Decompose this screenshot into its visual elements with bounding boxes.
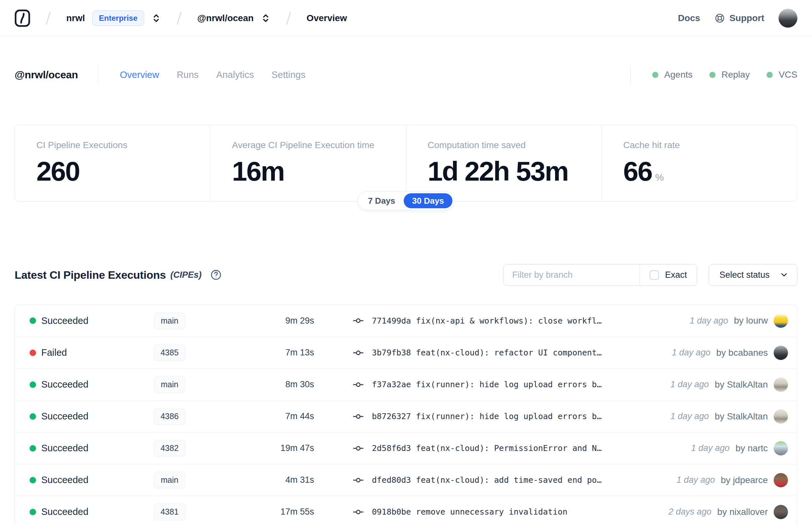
commit-sha[interactable]: 3b79fb38 xyxy=(372,348,411,357)
indicator-agents[interactable]: Agents xyxy=(652,70,692,80)
branch-badge[interactable]: 4381 xyxy=(154,504,185,520)
top-navbar: nrwl Enterprise @nrwl/ocean Overview Doc… xyxy=(0,0,812,36)
lifebuoy-icon xyxy=(715,13,725,24)
tab-overview[interactable]: Overview xyxy=(120,70,159,80)
branch-filter-group: Exact xyxy=(503,264,697,286)
chevron-down-icon xyxy=(780,270,788,280)
commit-message: fix(runner): hide log upload errors b… xyxy=(416,380,601,389)
range-7-days[interactable]: 7 Days xyxy=(359,196,404,206)
time-ago: 1 day ago xyxy=(672,348,711,358)
status-dot xyxy=(30,477,36,483)
tab-analytics[interactable]: Analytics xyxy=(216,70,254,80)
time-ago: 1 day ago xyxy=(677,475,715,485)
duration: 19m 47s xyxy=(197,443,314,453)
commit-sha[interactable]: f37a32ae xyxy=(372,380,411,389)
cipe-table: Succeeded main 9m 29s 771499da fix(nx-ap… xyxy=(15,304,797,525)
exact-filter: Exact xyxy=(640,265,697,286)
author-avatar xyxy=(774,409,788,424)
table-row[interactable]: Failed 4385 7m 13s 3b79fb38 feat(nx-clou… xyxy=(15,336,797,369)
time-ago: 2 days ago xyxy=(669,507,711,517)
status-dot xyxy=(30,349,36,356)
author: by StalkAltan xyxy=(715,379,768,390)
status-dot xyxy=(30,445,36,452)
divider xyxy=(630,65,631,84)
breadcrumb-org[interactable]: nrwl xyxy=(66,13,85,24)
git-commit-icon xyxy=(352,506,364,518)
status-label: Succeeded xyxy=(41,315,142,326)
branch-badge[interactable]: main xyxy=(154,472,185,488)
breadcrumb-workspace[interactable]: @nrwl/ocean xyxy=(197,13,254,24)
green-dot-icon xyxy=(709,72,716,78)
workspace-selector-chevrons-icon[interactable] xyxy=(261,13,271,24)
status-dot xyxy=(30,317,36,324)
org-selector-chevrons-icon[interactable] xyxy=(151,13,161,24)
commit-sha[interactable]: dfed80d3 xyxy=(372,475,411,485)
commit-sha[interactable]: 2d58f6d3 xyxy=(372,444,411,453)
git-commit-icon xyxy=(352,442,364,454)
help-icon[interactable] xyxy=(210,269,222,281)
commit-message: feat(nx-cloud): add time-saved end po… xyxy=(416,475,601,485)
table-row[interactable]: Succeeded main 4m 31s dfed80d3 feat(nx-c… xyxy=(15,464,797,496)
commit-sha[interactable]: 771499da xyxy=(372,316,411,326)
table-row[interactable]: Succeeded 4386 7m 44s b8726327 fix(runne… xyxy=(15,400,797,432)
stat-computation-time-saved: Computation time saved 1d 22h 53m xyxy=(406,125,601,201)
stat-average-execution-time: Average CI Pipeline Execution time 16m xyxy=(210,125,406,201)
time-ago: 1 day ago xyxy=(690,316,728,326)
green-dot-icon xyxy=(767,72,773,78)
exact-checkbox[interactable] xyxy=(649,270,659,280)
divider xyxy=(98,65,98,84)
support-link[interactable]: Support xyxy=(715,13,764,24)
commit-message: fix(nx-api & workflows): close workfl… xyxy=(416,316,601,326)
commit-sha[interactable]: 0918b0be xyxy=(372,507,411,516)
time-ago: 1 day ago xyxy=(670,379,709,390)
branch-badge[interactable]: 4385 xyxy=(154,344,185,361)
branch-badge[interactable]: main xyxy=(154,313,185,329)
author-avatar xyxy=(774,314,788,328)
indicator-vcs[interactable]: VCS xyxy=(767,70,797,80)
git-commit-icon xyxy=(352,347,364,359)
tab-settings[interactable]: Settings xyxy=(272,70,306,80)
stat-value: 260 xyxy=(36,156,80,186)
time-ago: 1 day ago xyxy=(670,411,709,421)
commit-message: feat(nx-cloud): refactor UI component… xyxy=(416,348,601,357)
table-row[interactable]: Succeeded 4382 19m 47s 2d58f6d3 feat(nx-… xyxy=(15,432,797,464)
range-30-days[interactable]: 30 Days xyxy=(404,193,453,208)
section-title-suffix: (CIPEs) xyxy=(170,270,202,280)
indicator-replay[interactable]: Replay xyxy=(709,70,750,80)
table-row[interactable]: Succeeded main 8m 30s f37a32ae fix(runne… xyxy=(15,369,797,400)
exact-label: Exact xyxy=(665,270,687,280)
support-label: Support xyxy=(730,13,764,24)
table-row[interactable]: Succeeded main 9m 29s 771499da fix(nx-ap… xyxy=(15,305,797,336)
commit-sha[interactable]: b8726327 xyxy=(372,411,411,421)
git-commit-icon xyxy=(352,411,364,422)
stat-value: 1d 22h 53m xyxy=(428,156,568,186)
workspace-title: @nrwl/ocean xyxy=(15,69,78,81)
nx-cloud-logo[interactable] xyxy=(15,10,30,27)
status-indicators: Agents Replay VCS xyxy=(610,65,797,84)
status-label: Succeeded xyxy=(41,411,142,422)
cipe-section-header: Latest CI Pipeline Executions (CIPEs) Ex… xyxy=(15,264,797,286)
section-title: Latest CI Pipeline Executions xyxy=(15,269,166,281)
status-dot xyxy=(30,509,36,515)
table-row[interactable]: Succeeded 4381 17m 55s 0918b0be remove u… xyxy=(15,496,797,525)
duration: 7m 13s xyxy=(197,348,314,358)
stat-ci-pipeline-executions: CI Pipeline Executions 260 xyxy=(15,125,210,201)
breadcrumb-slash xyxy=(286,11,291,25)
status-select-button[interactable]: Select status xyxy=(709,264,797,286)
duration: 8m 30s xyxy=(197,379,314,390)
author-avatar xyxy=(774,377,788,392)
branch-badge[interactable]: main xyxy=(154,376,185,393)
docs-link[interactable]: Docs xyxy=(678,13,700,24)
commit-message: feat(nx-cloud): PermissionError and N… xyxy=(416,444,601,453)
tab-runs[interactable]: Runs xyxy=(177,70,199,80)
breadcrumb-slash xyxy=(46,11,51,25)
author: by bcabanes xyxy=(716,348,768,358)
branch-badge[interactable]: 4382 xyxy=(154,440,185,456)
author-avatar xyxy=(774,346,788,360)
branch-filter-input[interactable] xyxy=(504,265,640,286)
workspace-header: @nrwl/ocean Overview Runs Analytics Sett… xyxy=(0,60,812,90)
user-avatar[interactable] xyxy=(779,9,797,28)
branch-badge[interactable]: 4386 xyxy=(154,408,185,425)
author: by nixallover xyxy=(717,507,768,517)
duration: 9m 29s xyxy=(197,316,314,326)
